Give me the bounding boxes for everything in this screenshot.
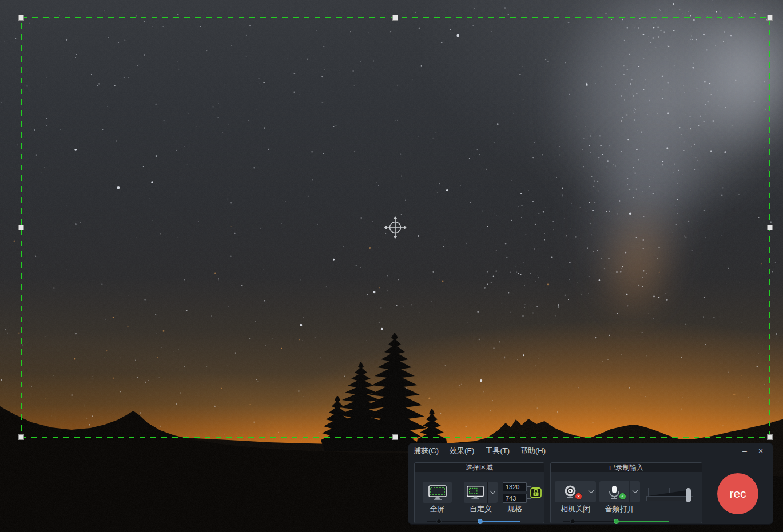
resize-handle-sw[interactable] [18, 434, 24, 440]
menu-help[interactable]: 帮助(H) [520, 446, 546, 456]
width-input[interactable] [503, 482, 527, 491]
custom-region-button[interactable] [464, 482, 487, 503]
camera-toggle-button[interactable]: × [555, 481, 586, 502]
custom-indicator-line [483, 521, 520, 522]
chevron-down-icon [589, 488, 594, 494]
menu-effects[interactable]: 效果(E) [450, 446, 474, 456]
audio-toggle-button[interactable]: ✓ [599, 481, 629, 502]
custom-indicator-dot [478, 519, 483, 524]
select-region-section: 选择区域 [414, 462, 544, 523]
chevron-down-icon [633, 488, 638, 494]
fullscreen-label: 全屏 [423, 504, 452, 514]
window-controls: – × [740, 446, 773, 456]
audio-indicator-tick [669, 517, 669, 521]
indicator-rail [427, 521, 480, 522]
fullscreen-indicator-dot [436, 519, 442, 524]
audio-on-badge: ✓ [619, 493, 626, 500]
recorder-toolbar: 捕获(C) 效果(E) 工具(T) 帮助(H) – × 选择区域 [408, 443, 773, 525]
custom-indicator-tick [520, 517, 520, 521]
resize-handle-nw[interactable] [18, 15, 24, 21]
screen-capture-overlay: 捕获(C) 效果(E) 工具(T) 帮助(H) – × 选择区域 [0, 0, 783, 532]
height-input[interactable] [503, 494, 527, 503]
resize-handle-ne[interactable] [767, 15, 773, 21]
custom-label: 自定义 [464, 504, 498, 514]
custom-monitor-icon [466, 485, 484, 501]
chevron-down-icon [490, 489, 496, 494]
camera-off-badge: × [575, 493, 582, 500]
menu-tools[interactable]: 工具(T) [485, 446, 510, 456]
recorded-input-section: 已录制输入 × [550, 462, 702, 523]
resize-handle-s[interactable] [392, 434, 398, 440]
lock-icon [530, 487, 542, 498]
audio-status-label: 音频打开 [599, 504, 640, 514]
custom-region-dropdown[interactable] [487, 482, 498, 503]
select-region-title: 选择区域 [415, 463, 544, 472]
audio-indicator-line [619, 521, 669, 522]
menu-capture[interactable]: 捕获(C) [414, 446, 439, 456]
record-button[interactable]: rec [717, 473, 758, 514]
spec-label: 规格 [503, 504, 527, 514]
aspect-lock-button[interactable] [530, 487, 542, 498]
minimize-icon[interactable]: – [740, 446, 750, 456]
audio-dropdown[interactable] [630, 481, 640, 502]
close-icon[interactable]: × [756, 446, 766, 456]
recorded-input-title: 已录制输入 [551, 463, 702, 472]
resize-handle-se[interactable] [767, 434, 773, 440]
camera-status-label: 相机关闭 [555, 504, 596, 514]
slider-handle[interactable] [686, 488, 691, 502]
resize-handle-w[interactable] [18, 225, 24, 230]
camera-indicator-dot [570, 519, 575, 524]
move-crosshair-icon[interactable] [383, 215, 408, 240]
resize-handle-n[interactable] [392, 15, 398, 21]
fullscreen-monitor-icon [428, 485, 447, 501]
volume-slider[interactable] [646, 487, 693, 503]
audio-indicator-dot [614, 519, 619, 524]
menu-bar: 捕获(C) 效果(E) 工具(T) 帮助(H) – × [408, 443, 773, 458]
camera-dropdown[interactable] [586, 481, 596, 502]
fullscreen-button[interactable] [423, 482, 452, 503]
resize-handle-e[interactable] [767, 225, 773, 230]
